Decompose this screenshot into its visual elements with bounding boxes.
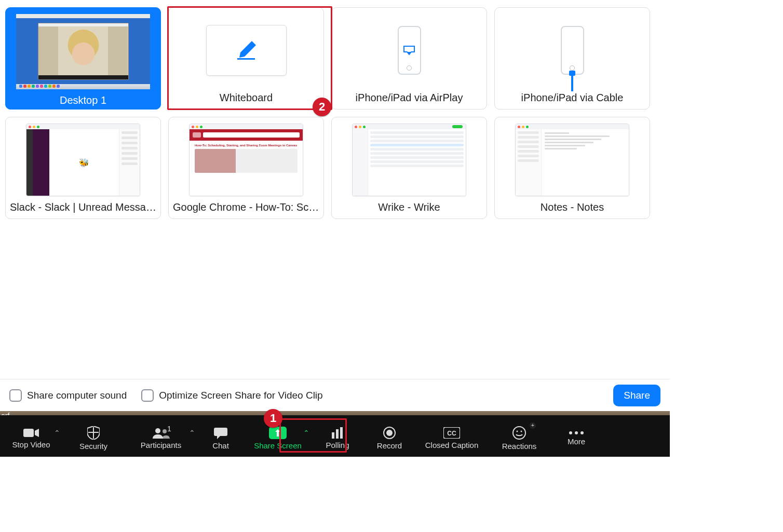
chrome-headline: How-To: Scheduling, Starting, and Sharin… (195, 144, 298, 147)
annotation-number-2: 2 (313, 98, 331, 116)
more-icon (569, 431, 584, 435)
toolbar-label: Stop Video (12, 440, 50, 449)
toolbar-label: Chat (212, 441, 229, 450)
share-tile-notes[interactable]: Notes - Notes (494, 117, 650, 219)
share-panel-footer: Share computer sound Optimize Screen Sha… (0, 379, 670, 411)
toolbar-label: More (568, 437, 585, 446)
svg-point-2 (163, 429, 167, 433)
plus-badge-icon: + (530, 422, 536, 429)
checkbox-icon (141, 389, 154, 402)
reactions-icon (512, 426, 526, 440)
share-screen-panel: Desktop 1 Whiteboard iPhone/iPad via Air… (0, 0, 670, 411)
shield-icon (87, 426, 100, 440)
svg-point-14 (575, 431, 578, 434)
toolbar-stop-video[interactable]: ⌃ Stop Video (0, 419, 62, 457)
checkbox-label: Optimize Screen Share for Video Clip (159, 390, 322, 401)
checkbox-optimize-video-clip[interactable]: Optimize Screen Share for Video Clip (141, 389, 322, 402)
share-screen-icon (269, 427, 287, 439)
share-tile-label: Wrike - Wrike (332, 198, 487, 219)
video-icon (23, 428, 39, 438)
airplay-icon (403, 45, 415, 56)
toolbar-chat[interactable]: Chat (197, 419, 244, 457)
checkbox-icon (9, 389, 22, 402)
svg-point-7 (386, 430, 393, 436)
iphone-icon (398, 26, 421, 75)
toolbar-record[interactable]: Record (363, 419, 415, 457)
wrike-window-thumbnail (352, 124, 466, 196)
svg-point-1 (155, 428, 160, 433)
toolbar-security[interactable]: Security (62, 419, 125, 457)
svg-point-15 (580, 431, 584, 434)
svg-rect-0 (23, 429, 34, 437)
share-button[interactable]: Share (613, 385, 660, 406)
iphone-cable-icon (561, 26, 584, 75)
svg-rect-3 (332, 432, 334, 439)
notes-window-thumbnail (515, 124, 629, 196)
chevron-up-icon[interactable]: ⌃ (189, 429, 195, 437)
svg-point-10 (513, 427, 525, 439)
chevron-up-icon[interactable]: ⌃ (54, 429, 60, 437)
slack-window-thumbnail: 🐝 (26, 124, 140, 196)
share-tile-label: Slack - Slack | Unread Messages |... (6, 198, 160, 219)
chat-icon (214, 427, 227, 439)
toolbar-closed-caption[interactable]: CC Closed Caption (415, 419, 488, 457)
toolbar-more[interactable]: More (550, 419, 602, 457)
polling-icon (331, 427, 344, 439)
share-tile-label: Notes - Notes (495, 198, 650, 219)
toolbar-label: Closed Caption (425, 441, 479, 449)
toolbar-polling[interactable]: Polling (312, 419, 363, 457)
toolbar-label: Record (377, 441, 402, 450)
checkbox-label: Share computer sound (27, 390, 127, 401)
checkbox-share-computer-sound[interactable]: Share computer sound (9, 389, 127, 402)
toolbar-label: Security (79, 442, 107, 451)
toolbar-participants[interactable]: 1 ⌃ Participants (125, 419, 197, 457)
share-tile-label: iPhone/iPad via Cable (495, 89, 650, 109)
toolbar-label: Reactions (502, 442, 537, 451)
toolbar-reactions[interactable]: + Reactions (488, 419, 550, 457)
share-tile-label: Google Chrome - How-To: Schedul... (169, 198, 323, 219)
annotation-number-1: 1 (264, 409, 282, 428)
share-tile-desktop-1[interactable]: Desktop 1 (5, 7, 161, 110)
share-tile-airplay[interactable]: iPhone/iPad via AirPlay (331, 7, 487, 110)
share-tile-whiteboard[interactable]: Whiteboard (168, 7, 324, 110)
share-tile-label: iPhone/iPad via AirPlay (332, 89, 487, 109)
participants-count: 1 (167, 425, 171, 433)
share-tile-slack[interactable]: 🐝 Slack - Slack | Unread Messages |... (5, 117, 161, 219)
desktop-thumbnail (16, 14, 150, 89)
toolbar-label: Polling (326, 441, 349, 449)
share-tile-chrome[interactable]: How-To: Scheduling, Starting, and Sharin… (168, 117, 324, 219)
cc-icon: CC (443, 427, 460, 439)
chrome-window-thumbnail: How-To: Scheduling, Starting, and Sharin… (189, 124, 303, 196)
svg-point-13 (569, 431, 572, 434)
toolbar-label: Share Screen (254, 441, 302, 450)
toolbar-label: Participants (141, 441, 181, 449)
zoom-meeting-toolbar: ⌃ Stop Video Security 1 ⌃ Participants C… (0, 415, 670, 457)
record-icon (383, 427, 396, 439)
svg-point-12 (521, 430, 522, 432)
share-tile-cable[interactable]: iPhone/iPad via Cable (494, 7, 650, 110)
whiteboard-icon (206, 25, 287, 76)
svg-rect-4 (336, 429, 339, 439)
share-tile-label: Desktop 1 (6, 91, 160, 109)
svg-point-11 (517, 430, 518, 432)
svg-text:CC: CC (447, 430, 456, 437)
chevron-up-icon[interactable]: ⌃ (303, 429, 309, 437)
share-tile-wrike[interactable]: Wrike - Wrike (331, 117, 487, 219)
share-tile-label: Whiteboard (169, 89, 323, 109)
svg-rect-5 (340, 427, 343, 439)
